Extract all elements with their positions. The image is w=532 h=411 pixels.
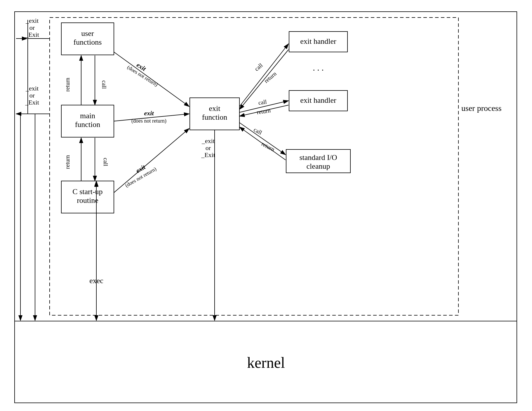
user-process-label: user process (461, 104, 502, 113)
call-main-startup: call (102, 158, 109, 166)
c-startup-label2: routine (77, 196, 98, 205)
main-function-label2: function (75, 120, 100, 129)
user-functions-label2: functions (74, 38, 102, 46)
exit-top-or: or (29, 24, 35, 31)
svg-rect-4 (50, 18, 458, 315)
svg-rect-2 (15, 12, 517, 403)
call-exit-handler1: call (253, 62, 264, 72)
exit-function-label: exit (209, 104, 221, 113)
diagram: kernel user process user functions main … (6, 6, 526, 405)
call-exit-handler2: call (258, 98, 267, 106)
call-stdio: call (253, 126, 263, 136)
exit-mid-exit: _Exit (25, 99, 39, 106)
exit-bottom-exit: _Exit (201, 151, 215, 159)
stdio-label: standard I/O (299, 153, 337, 162)
main-function-label: main (80, 112, 95, 120)
exit-bottom-label: _exit (201, 137, 215, 144)
exit-bottom-or: or (206, 144, 211, 151)
svg-line-23 (239, 123, 286, 155)
return-handler2-exit: return (256, 107, 271, 115)
svg-line-19 (239, 44, 288, 107)
exit-handler1-label: exit handler (300, 37, 336, 46)
return-stdio: return (260, 140, 276, 153)
return-user-main: return (64, 78, 71, 92)
exit-top-exit: _Exit (25, 31, 39, 38)
exit-handler2-label: exit handler (300, 96, 336, 105)
exit-mid-or: or (29, 92, 35, 99)
call-user-main: call (101, 81, 107, 89)
stdio-label2: cleanup (307, 162, 330, 170)
kernel-label: kernel (247, 354, 285, 371)
return-startup-main: return (64, 155, 71, 169)
exit-mid-label: _exit (25, 85, 39, 92)
dots-label: · · · (313, 65, 324, 75)
exit-top-label: _exit (25, 17, 39, 24)
user-functions-label: user (81, 29, 94, 38)
exit-function-label2: function (202, 113, 227, 121)
c-startup-label: C start-up (72, 187, 102, 196)
exit-from-main: exit (144, 109, 154, 117)
return-handler1-exit: return (263, 70, 278, 84)
exit-from-main-note: (does not return) (131, 118, 166, 124)
